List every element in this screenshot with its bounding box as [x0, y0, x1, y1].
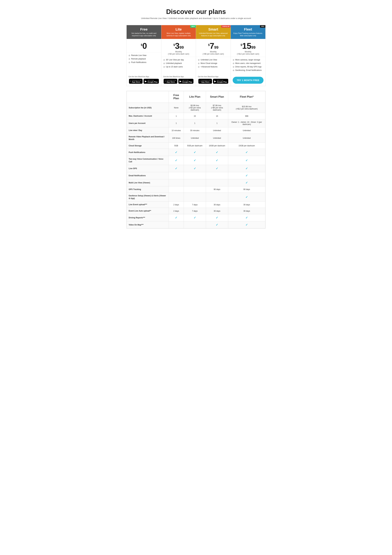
- cell-lite-7: ✓: [184, 156, 206, 165]
- apple-sub: Download on the: [132, 80, 141, 81]
- feature-label: Driving Reports***: [127, 214, 169, 221]
- feature-label: Live Event upload***: [127, 202, 169, 208]
- feature-item: ⊘ Remote Live View: [128, 54, 159, 57]
- cell-lite-6: ✓: [184, 149, 206, 156]
- feature-label: Two-way Voice Communication / Voice Call: [127, 156, 169, 165]
- apple-store-btn[interactable]:  Download on the App Store: [164, 79, 177, 84]
- lite-features: ⊘ 30' Live View per day ⊘ Unlimited play…: [161, 57, 196, 74]
- cell-fleet-0: $15.99 /mo(+$12 per extra dashcam): [228, 103, 265, 113]
- cell-fleet-1: 999: [228, 113, 265, 119]
- apple-store-btn[interactable]:  Download on the App Store: [198, 79, 212, 84]
- lite-price-section: $399 Monthly(+$3 per extra dash cam): [161, 39, 196, 57]
- smart-period: Monthly: [198, 51, 229, 53]
- google-sub: GET IT ON: [182, 80, 192, 81]
- cell-smart-14: 30 days: [206, 208, 228, 214]
- google-play-btn[interactable]: ▶ GET IT ON Google Play: [143, 79, 159, 84]
- cell-smart-0: $7.99 /mo(+$6 per extra dashcam): [206, 103, 228, 113]
- feature-item: ⊘ Up to 15 dash cams: [163, 66, 194, 68]
- cell-fleet-15: ✓: [228, 214, 265, 221]
- cell-smart-16: ✓: [206, 221, 228, 228]
- feature-text: +Advanced features: [200, 66, 218, 68]
- feature-item: ⊘ Unlimited Live View: [198, 59, 229, 61]
- apple-store-btn[interactable]:  Download on the App Store: [129, 79, 143, 84]
- checkmark-icon: ✓: [245, 181, 248, 184]
- apple-icon: : [165, 80, 166, 83]
- col-header-smart-plan: Smart Plan: [206, 91, 228, 103]
- comparison-row: Two-way Voice Communication / Voice Call…: [127, 156, 265, 165]
- feature-label: Push Notifications: [127, 149, 169, 156]
- page-title: Discover our plans: [127, 8, 265, 15]
- cell-smart-10: [206, 179, 228, 186]
- cell-smart-5: 10GB per dashcam: [206, 143, 228, 149]
- google-btn-text: GET IT ON Google Play: [148, 80, 157, 83]
- try-month-free-btn[interactable]: TRY 1 MONTH FREE: [233, 77, 264, 84]
- cell-free-0: None: [169, 103, 184, 113]
- lite-get-app-label: Get the free BlackVue App:: [161, 74, 196, 78]
- feature-text: Drive reports, 90-day GPS logs: [235, 66, 262, 68]
- smart-name: Smart: [198, 27, 229, 31]
- cell-free-11: [169, 186, 184, 193]
- feature-text: More users, role management: [235, 62, 261, 64]
- page-subtitle: Unlimited Remote Live View / Unlimited r…: [127, 17, 265, 20]
- cell-smart-4: Unlimited: [206, 133, 228, 143]
- google-play-icon: ▶: [145, 80, 147, 83]
- cell-smart-12: [206, 193, 228, 202]
- feature-label: Max. Dashcams / Account: [127, 113, 169, 119]
- feature-item: ⊘ Push Notifications: [128, 61, 159, 64]
- feature-label: Remote Video Playback and Download / Mon…: [127, 133, 169, 143]
- lite-desc: More Live View, register multiple camera…: [163, 32, 194, 37]
- feature-label: Cloud Storage: [127, 143, 169, 149]
- google-play-btn[interactable]: ▶ GET IT ON Google Play: [213, 79, 228, 84]
- cell-fleet-12: ✓: [228, 193, 265, 202]
- feature-text: Push Notifications: [131, 61, 146, 63]
- lite-period: Monthly: [163, 51, 194, 53]
- feature-label: Live GPS: [127, 165, 169, 172]
- comparison-row: Remote Video Playback and Download / Mon…: [127, 133, 265, 143]
- comparison-row: Live GPS✓✓✓✓: [127, 165, 265, 172]
- google-play-btn[interactable]: ▶ GET IT ON Google Play: [178, 79, 194, 84]
- smart-price: $799: [198, 42, 229, 50]
- fleet-header: PRO Fleet Enjoy Fleet Tracking exclusive…: [231, 25, 265, 39]
- cell-free-10: [169, 179, 184, 186]
- lite-price: $399: [163, 42, 194, 50]
- plan-card-free: Free Get started for free, no credit car…: [127, 25, 161, 86]
- feature-text: 30' Live View per day: [166, 59, 184, 61]
- google-play-icon: ▶: [179, 80, 181, 83]
- checkmark-icon: ✓: [245, 223, 248, 226]
- feature-item: ⊘ 30' Live View per day: [163, 59, 194, 61]
- cell-fleet-6: ✓: [228, 149, 265, 156]
- free-header: Free Get started for free, no credit car…: [127, 25, 161, 39]
- apple-btn-text: Download on the App Store: [201, 80, 211, 83]
- cell-free-2: 1: [169, 119, 184, 127]
- checkmark-icon: ✓: [216, 167, 218, 170]
- cell-lite-14: 7 days: [184, 208, 206, 214]
- checkmark-icon: ✓: [245, 167, 248, 170]
- plan-card-fleet: PRO Fleet Enjoy Fleet Tracking exclusive…: [231, 25, 265, 86]
- cell-fleet-4: Unlimited: [228, 133, 265, 143]
- lite-header: NEW Lite More Live View, register multip…: [161, 25, 196, 39]
- feature-text: More cameras, larger storage: [235, 59, 260, 61]
- comparison-row: Cloud Storage5GB5GB per dashcam10GB per …: [127, 143, 265, 149]
- comparison-row: Max. Dashcams / Account11515999: [127, 113, 265, 119]
- free-price-section: $0: [127, 39, 161, 52]
- smart-period-text: Monthly(+$6 per extra dash cam): [198, 51, 229, 55]
- checkmark-icon: ✓: [175, 159, 177, 162]
- col-header-free-plan: Free Plan: [169, 91, 184, 103]
- checkmark-icon: ✓: [245, 151, 248, 154]
- feature-label: Users per Account: [127, 119, 169, 127]
- feature-text: Remote Live View: [131, 54, 147, 57]
- fleet-period: Monthly: [233, 51, 264, 53]
- cell-lite-3: 30 minutes: [184, 127, 206, 134]
- comparison-row: Video On Map***✓✓: [127, 221, 265, 228]
- checkmark-icon: ✓: [194, 159, 196, 162]
- fleet-desc: Enjoy Fleet Tracking exclusive features.…: [233, 32, 264, 37]
- cell-lite-15: ✓: [184, 214, 206, 221]
- fleet-period: (+$12 per extra dash cam): [233, 53, 264, 55]
- free-features: ⊘ Remote Live View ⊘ Remote playback ⊘ P…: [127, 52, 161, 74]
- comparison-row: Geofence Setup (Viewer) & Alerts (Viewer…: [127, 193, 265, 202]
- check-circle-icon: ⊘: [163, 62, 165, 65]
- check-circle-icon: ⊘: [198, 59, 200, 61]
- cell-free-7: ✓: [169, 156, 184, 165]
- feature-label: Subscription fee (in USD): [127, 103, 169, 113]
- checkmark-icon: ✓: [216, 223, 218, 226]
